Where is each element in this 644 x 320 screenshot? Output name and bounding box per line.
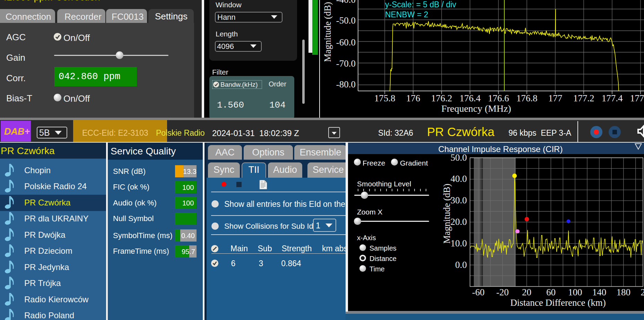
svg-text:30.0: 30.0 — [451, 195, 467, 205]
svg-text:177.6: 177.6 — [630, 93, 644, 103]
svg-text:-60.0: -60.0 — [336, 37, 356, 48]
svg-text:-20: -20 — [496, 287, 509, 297]
svg-text:10.0: 10.0 — [451, 238, 467, 248]
svg-text:y-Scale: = 5 dB / div: y-Scale: = 5 dB / div — [385, 0, 456, 9]
svg-text:Distance Difference (km): Distance Difference (km) — [510, 297, 606, 308]
svg-text:-40.0: -40.0 — [336, 0, 356, 5]
svg-text:176.6: 176.6 — [488, 93, 509, 103]
svg-text:140: 140 — [592, 287, 607, 297]
svg-text:100: 100 — [568, 287, 582, 297]
svg-text:177.2: 177.2 — [573, 93, 594, 103]
svg-text:177: 177 — [548, 93, 563, 103]
svg-text:60: 60 — [546, 287, 556, 297]
svg-text:Frequency (MHz): Frequency (MHz) — [441, 103, 511, 114]
svg-text:NENBW = 2: NENBW = 2 — [385, 10, 428, 19]
svg-text:177.4: 177.4 — [602, 93, 623, 103]
svg-text:-70.0: -70.0 — [336, 58, 356, 69]
svg-text:20.0: 20.0 — [451, 216, 467, 227]
svg-text:Magnitude (dB): Magnitude (dB) — [322, 2, 333, 62]
svg-text:220: 220 — [641, 287, 644, 297]
svg-text:20: 20 — [522, 287, 531, 297]
svg-text:176.4: 176.4 — [460, 93, 481, 103]
svg-text:-60: -60 — [472, 287, 485, 297]
svg-text:-80.0: -80.0 — [336, 79, 356, 90]
svg-text:0.0: 0.0 — [455, 259, 467, 270]
svg-text:176.2: 176.2 — [431, 93, 452, 103]
svg-text:176: 176 — [406, 93, 420, 103]
svg-text:175.8: 175.8 — [374, 93, 395, 103]
svg-text:Magnitude (dB): Magnitude (dB) — [442, 183, 452, 243]
svg-text:50.0: 50.0 — [451, 154, 467, 163]
svg-text:180: 180 — [617, 287, 631, 297]
svg-text:-50.0: -50.0 — [336, 15, 356, 26]
svg-text:176.8: 176.8 — [516, 93, 538, 103]
svg-text:40.0: 40.0 — [451, 174, 467, 184]
